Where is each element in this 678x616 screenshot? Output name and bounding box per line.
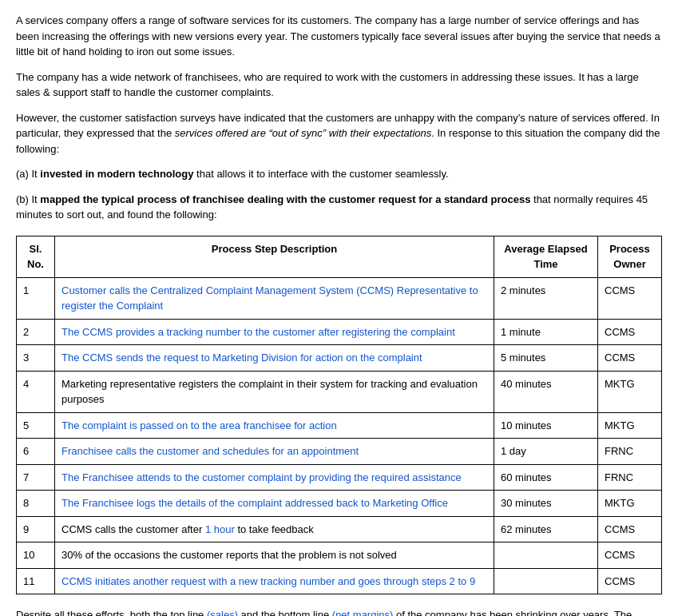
cell-time: 10 minutes — [494, 412, 598, 439]
cell-desc: CCMS initiates another request with a ne… — [55, 568, 494, 594]
para2-text: The company has a wide network of franch… — [16, 71, 639, 99]
cell-desc: CCMS calls the customer after 1 hour to … — [55, 516, 494, 542]
cell-desc: Marketing representative registers the c… — [55, 371, 494, 412]
table-row: 5 The complaint is passed on to the area… — [17, 412, 662, 439]
cell-sl: 8 — [17, 491, 55, 517]
header-desc: Process Step Description — [55, 236, 494, 277]
cell-desc: The Franchisee logs the details of the c… — [55, 491, 494, 517]
table-row: 6 Franchisee calls the customer and sche… — [17, 439, 662, 465]
cell-time: 2 minutes — [494, 277, 598, 319]
cell-sl: 9 — [17, 516, 55, 542]
table-row: 7 The Franchisee attends to the customer… — [17, 464, 662, 491]
cell-sl: 7 — [17, 464, 55, 491]
cell-sl: 1 — [17, 277, 55, 319]
cell-sl: 11 — [17, 568, 55, 594]
para1-text: A services company offers a range of sof… — [16, 14, 660, 58]
process-table: Sl.No. Process Step Description Average … — [16, 236, 662, 595]
cell-sl: 10 — [17, 542, 55, 569]
cell-owner: CCMS — [598, 319, 662, 345]
paragraph-3: However, the customer satisfaction surve… — [16, 110, 662, 157]
para5-b: (b) It — [16, 193, 40, 205]
cell-desc: Franchisee calls the customer and schedu… — [55, 439, 494, 465]
table-row: 9 CCMS calls the customer after 1 hour t… — [17, 516, 662, 542]
footer-text1: Despite all these efforts, both the top … — [16, 609, 207, 616]
footer-paragraph: Despite all these efforts, both the top … — [16, 607, 662, 616]
table-row: 3 The CCMS sends the request to Marketin… — [17, 345, 662, 372]
table-row: 10 30% of the occasions the customer rep… — [17, 542, 662, 569]
para4-rest: that allows it to interface with the cus… — [193, 168, 448, 180]
cell-owner: MKTG — [598, 491, 662, 517]
cell-time: 62 minutes — [494, 516, 598, 542]
cell-owner: MKTG — [598, 371, 662, 412]
cell-time: 40 minutes — [494, 371, 598, 412]
cell-time: 60 minutes — [494, 464, 598, 491]
cell-time — [494, 542, 598, 569]
table-row: 11 CCMS initiates another request with a… — [17, 568, 662, 594]
footer-sales: (sales) — [207, 609, 238, 616]
cell-owner: FRNC — [598, 464, 662, 491]
header-time: Average ElapsedTime — [494, 236, 598, 277]
para3-italic: services offered are “out of sync” with … — [175, 127, 432, 139]
cell-time: 30 minutes — [494, 491, 598, 517]
paragraph-4: (a) It invested in modern technology tha… — [16, 166, 662, 182]
para4-bold: invested in modern technology — [40, 168, 193, 180]
cell-desc: The CCMS provides a tracking number to t… — [55, 319, 494, 345]
paragraph-5: (b) It mapped the typical process of fra… — [16, 192, 662, 223]
cell-desc: The Franchisee attends to the customer c… — [55, 464, 494, 491]
para5-bold: mapped the typical process of franchisee… — [40, 193, 530, 205]
cell-owner: CCMS — [598, 568, 662, 594]
table-row: 2 The CCMS provides a tracking number to… — [17, 319, 662, 345]
cell-time: 5 minutes — [494, 345, 598, 372]
table-row: 1 Customer calls the Centralized Complai… — [17, 277, 662, 319]
cell-sl: 2 — [17, 319, 55, 345]
footer-margins: (net margins) — [332, 609, 394, 616]
cell-sl: 6 — [17, 439, 55, 465]
cell-owner: CCMS — [598, 542, 662, 569]
cell-owner: CCMS — [598, 345, 662, 372]
cell-time: 1 day — [494, 439, 598, 465]
header-sl: Sl.No. — [17, 236, 55, 277]
cell-time: 1 minute — [494, 319, 598, 345]
cell-desc: The CCMS sends the request to Marketing … — [55, 345, 494, 372]
paragraph-1: A services company offers a range of sof… — [16, 13, 662, 60]
table-row: 8 The Franchisee logs the details of the… — [17, 491, 662, 517]
para4-a: (a) It — [16, 168, 40, 180]
cell-sl: 3 — [17, 345, 55, 372]
table-header-row: Sl.No. Process Step Description Average … — [17, 236, 662, 277]
table-row: 4 Marketing representative registers the… — [17, 371, 662, 412]
cell-desc: The complaint is passed on to the area f… — [55, 412, 494, 439]
cell-owner: MKTG — [598, 412, 662, 439]
header-owner: ProcessOwner — [598, 236, 662, 277]
cell-owner: CCMS — [598, 516, 662, 542]
cell-desc: 30% of the occasions the customer report… — [55, 542, 494, 569]
cell-time — [494, 568, 598, 594]
cell-sl: 5 — [17, 412, 55, 439]
cell-owner: CCMS — [598, 277, 662, 319]
cell-desc: Customer calls the Centralized Complaint… — [55, 277, 494, 319]
cell-owner: FRNC — [598, 439, 662, 465]
cell-sl: 4 — [17, 371, 55, 412]
paragraph-2: The company has a wide network of franch… — [16, 70, 662, 101]
footer-text2: and the bottom line — [238, 609, 332, 616]
